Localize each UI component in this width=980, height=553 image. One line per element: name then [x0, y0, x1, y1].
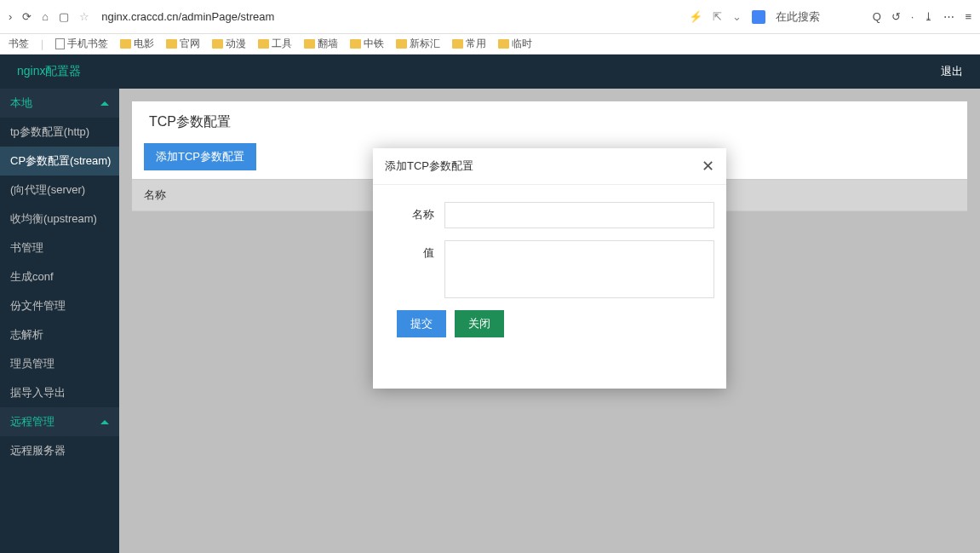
add-config-modal: 添加TCP参数配置 ✕ 名称 值 提交 关闭 [373, 148, 726, 389]
folder-icon [396, 39, 407, 49]
close-button[interactable]: 关闭 [455, 310, 504, 337]
label-name: 名称 [385, 202, 444, 222]
app-header: nginx配置器 退出 [0, 55, 980, 89]
refresh-icon[interactable]: ⟳ [22, 10, 32, 23]
bookmark-label: 电影 [134, 37, 154, 51]
star-icon[interactable]: ☆ [79, 10, 89, 23]
bookmark-item[interactable]: 动漫 [212, 37, 246, 51]
more-icon[interactable]: ⋯ [943, 10, 954, 23]
url-input[interactable] [98, 7, 679, 26]
sidebar-item-log[interactable]: 志解析 [0, 320, 119, 349]
modal-overlay: 添加TCP参数配置 ✕ 名称 值 提交 关闭 [119, 89, 980, 553]
sidebar-section-remote[interactable]: 远程管理 [0, 407, 119, 436]
sidebar-item-cert[interactable]: 书管理 [0, 233, 119, 262]
sidebar-section-label: 本地 [10, 95, 32, 111]
sidebar-item-backup[interactable]: 份文件管理 [0, 291, 119, 320]
folder-icon [212, 39, 223, 49]
content-area: TCP参数配置 添加TCP参数配置 名称 值 操作 添加TCP参数配置 ✕ [119, 89, 980, 553]
sidebar-item-http[interactable]: tp参数配置(http) [0, 118, 119, 147]
modal-close-button[interactable]: ✕ [702, 157, 714, 176]
textarea-value[interactable] [444, 240, 714, 298]
bookmark-label: 新标汇 [410, 37, 440, 51]
bookmarks-bar: 书签 | 手机书签 电影 官网 动漫 工具 翻墙 中铁 新标汇 常用 临时 [0, 34, 980, 55]
sidebar-item-importexport[interactable]: 据导入导出 [0, 378, 119, 407]
bookmark-item[interactable]: 中铁 [350, 37, 384, 51]
menu-icon[interactable]: ≡ [965, 10, 971, 23]
submit-button[interactable]: 提交 [397, 310, 446, 337]
extension-icon[interactable] [752, 10, 765, 24]
forward-icon[interactable]: › [9, 10, 12, 23]
form-row-name: 名称 [385, 202, 714, 228]
label-value: 值 [385, 240, 444, 261]
sidebar-item-admin[interactable]: 理员管理 [0, 349, 119, 378]
bookmark-item[interactable]: 工具 [258, 37, 292, 51]
modal-header: 添加TCP参数配置 ✕ [373, 148, 726, 185]
folder-icon [498, 39, 509, 49]
sidebar-item-genconf[interactable]: 生成conf [0, 262, 119, 291]
bookmark-label: 常用 [466, 37, 486, 51]
bookmark-item[interactable]: 新标汇 [396, 37, 440, 51]
input-name[interactable] [444, 202, 714, 228]
browser-toolbar: › ⟳ ⌂ ▢ ☆ ⚡ ⇱ ⌄ 在此搜索 Q ↺ · ⤓ ⋯ ≡ [0, 0, 980, 34]
search-placeholder: 在此搜索 [776, 9, 820, 25]
bookmark-item[interactable]: 手机书签 [55, 37, 108, 51]
sidebar-item-upstream[interactable]: 收均衡(upstream) [0, 204, 119, 233]
bookmark-item[interactable]: 常用 [452, 37, 486, 51]
modal-title: 添加TCP参数配置 [385, 158, 473, 174]
sidebar-section-local[interactable]: 本地 [0, 89, 119, 118]
toolbar-right: ⚡ ⇱ ⌄ 在此搜索 Q ↺ · ⤓ ⋯ ≡ [689, 9, 971, 25]
bookmark-label: 工具 [272, 37, 292, 51]
bookmark-label: 翻墙 [318, 37, 338, 51]
page-icon [55, 38, 65, 49]
sidebar-section-label: 远程管理 [10, 414, 54, 429]
app-title: nginx配置器 [17, 64, 81, 79]
bookmark-label: 动漫 [226, 37, 246, 51]
sidebar-item-server[interactable]: (向代理(server) [0, 176, 119, 204]
bookmark-item[interactable]: 官网 [166, 37, 200, 51]
bookmark-item[interactable]: 临时 [498, 37, 532, 51]
caret-up-icon [100, 420, 109, 424]
home-icon[interactable]: ⌂ [42, 10, 49, 23]
bookmark-label: 临时 [512, 37, 532, 51]
bookmark-label: 中铁 [364, 37, 384, 51]
folder-icon [120, 39, 131, 49]
form-row-value: 值 [385, 240, 714, 298]
bookmarks-label: 书签 [9, 37, 29, 51]
app-body: 本地 tp参数配置(http) CP参数配置(stream) (向代理(serv… [0, 89, 980, 553]
sidebar: 本地 tp参数配置(http) CP参数配置(stream) (向代理(serv… [0, 89, 119, 553]
separator: | [41, 38, 43, 50]
sidebar-item-remoteserver[interactable]: 远程服务器 [0, 436, 119, 465]
bookmark-item[interactable]: 翻墙 [304, 37, 338, 51]
logout-button[interactable]: 退出 [941, 64, 963, 79]
download-icon[interactable]: ⤓ [924, 10, 933, 23]
folder-icon [452, 39, 463, 49]
bookmark-item[interactable]: 电影 [120, 37, 154, 51]
chevron-down-icon[interactable]: ⌄ [732, 10, 742, 23]
folder-icon [350, 39, 361, 49]
bookmark-label: 官网 [180, 37, 200, 51]
bookmark-label: 手机书签 [67, 37, 108, 51]
folder-icon [304, 39, 315, 49]
arrow-down-sep: · [911, 10, 914, 23]
folder-icon [258, 39, 269, 49]
undo-icon[interactable]: ↺ [891, 10, 901, 23]
share-icon[interactable]: ⇱ [713, 10, 722, 23]
caret-up-icon [100, 101, 109, 106]
search-icon[interactable]: Q [873, 10, 881, 23]
modal-actions: 提交 关闭 [385, 310, 714, 337]
modal-body: 名称 值 提交 关闭 [373, 185, 726, 389]
tabs-icon[interactable]: ▢ [59, 10, 69, 23]
sidebar-item-stream[interactable]: CP参数配置(stream) [0, 147, 119, 176]
folder-icon [166, 39, 177, 49]
bolt-icon[interactable]: ⚡ [689, 10, 702, 23]
nav-icons: › ⟳ ⌂ ▢ ☆ [9, 10, 89, 23]
